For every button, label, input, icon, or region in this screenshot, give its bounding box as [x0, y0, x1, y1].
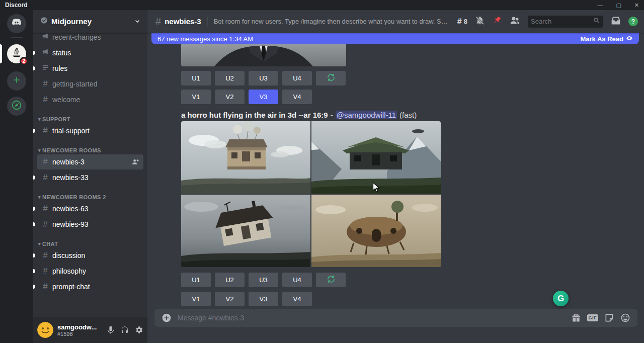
- reroll-button[interactable]: [316, 71, 346, 85]
- close-button[interactable]: ✕: [634, 0, 639, 10]
- settings-gear-button[interactable]: [134, 325, 143, 334]
- sidebar-item-newbies-33[interactable]: # newbies-33: [37, 170, 143, 185]
- u3-button[interactable]: U3: [249, 71, 278, 85]
- v2-button[interactable]: V2: [215, 90, 245, 104]
- sidebar-item-newbies-63[interactable]: # newbies-63: [37, 201, 143, 216]
- discord-window: Discord — ▢ ✕ 2: [0, 0, 644, 343]
- sidebar-item-trial-support[interactable]: # trial-support: [37, 123, 143, 138]
- user-avatar[interactable]: [37, 322, 53, 338]
- home-button[interactable]: [7, 14, 26, 33]
- generated-image-3[interactable]: [181, 195, 310, 267]
- server-icon-midjourney[interactable]: 2: [7, 44, 26, 63]
- u4-button[interactable]: U4: [282, 273, 312, 287]
- v1-button[interactable]: V1: [181, 292, 211, 306]
- minimize-button[interactable]: —: [597, 0, 603, 10]
- message-input[interactable]: Message #newbies-3: [178, 314, 565, 322]
- channel-label: rules: [52, 64, 67, 72]
- sidebar-item-discussion[interactable]: # discussion: [37, 248, 143, 263]
- u3-button[interactable]: U3: [249, 273, 278, 287]
- mark-as-read-button[interactable]: Mark As Read: [581, 35, 633, 43]
- channel-name: newbies-3: [165, 17, 201, 26]
- discord-logo-icon: [11, 17, 22, 30]
- unread-indicator: [33, 129, 35, 133]
- channel-hash-icon: #: [155, 16, 161, 27]
- v4-button[interactable]: V4: [282, 292, 312, 306]
- mention-count-badge: 2: [20, 57, 28, 65]
- generated-image-2[interactable]: [311, 121, 441, 194]
- rail-divider: [11, 37, 23, 38]
- sidebar-item-getting-started[interactable]: # getting-started: [37, 76, 143, 92]
- u2-button[interactable]: U2: [215, 71, 245, 85]
- member-list-button[interactable]: [510, 15, 520, 28]
- category-newcomer-rooms-2[interactable]: ▾ NEWCOMER ROOMS 2: [37, 194, 143, 200]
- channel-label: status: [52, 49, 71, 57]
- u1-button[interactable]: U1: [181, 273, 211, 287]
- category-label: SUPPORT: [42, 116, 70, 122]
- category-support[interactable]: ▾ SUPPORT: [37, 116, 143, 122]
- sidebar-item-rules[interactable]: rules: [37, 61, 143, 76]
- previous-image-attachment[interactable]: [181, 44, 346, 66]
- pin-icon: [493, 16, 502, 27]
- category-chat[interactable]: ▾ CHAT: [37, 241, 143, 247]
- explore-servers-button[interactable]: [7, 97, 26, 116]
- inbox-button[interactable]: [611, 16, 621, 28]
- generated-image-4[interactable]: [311, 195, 441, 267]
- hash-icon: #: [41, 95, 49, 105]
- channel-label: trial-support: [52, 127, 90, 135]
- channel-topic[interactable]: Bot room for new users. Type /imagine th…: [214, 18, 451, 25]
- verified-badge-icon: [40, 17, 48, 26]
- sidebar-item-recent-changes[interactable]: recent-changes: [37, 34, 143, 45]
- v3-button-selected[interactable]: V3: [249, 90, 278, 104]
- hash-icon: #: [41, 173, 49, 183]
- message-composer[interactable]: Message #newbies-3 GIF: [154, 309, 637, 327]
- username[interactable]: samgoodw...: [57, 323, 102, 331]
- u2-button[interactable]: U2: [215, 273, 245, 287]
- create-invite-icon[interactable]: [131, 158, 139, 166]
- sidebar-item-philosophy[interactable]: # philosophy: [37, 264, 143, 279]
- reroll-button[interactable]: [316, 273, 346, 287]
- u1-button[interactable]: U1: [181, 71, 211, 85]
- v3-button[interactable]: V3: [249, 292, 278, 306]
- attach-file-button[interactable]: [162, 313, 172, 323]
- headphones-button[interactable]: [120, 325, 129, 334]
- category-newcomer-rooms[interactable]: ▾ NEWCOMER ROOMS: [37, 147, 143, 153]
- channel-label: newbies-93: [52, 220, 89, 228]
- u4-button[interactable]: U4: [282, 71, 312, 85]
- user-discriminator: #1598: [57, 331, 102, 337]
- grammarly-badge[interactable]: G: [553, 291, 569, 306]
- hash-icon: #: [41, 266, 49, 276]
- add-server-button[interactable]: [7, 71, 26, 91]
- notification-settings-button[interactable]: [475, 16, 485, 28]
- threads-button[interactable]: # 8: [457, 17, 467, 26]
- mic-button[interactable]: [106, 325, 115, 334]
- image-grid-attachment[interactable]: [181, 121, 441, 267]
- v2-button[interactable]: V2: [215, 292, 245, 306]
- channel-header: # newbies-3 Bot room for new users. Type…: [147, 10, 644, 33]
- sticker-picker-button[interactable]: [604, 313, 614, 323]
- search-input[interactable]: Search: [528, 16, 603, 28]
- gift-button[interactable]: [571, 313, 581, 323]
- emoji-picker-button[interactable]: [620, 313, 630, 323]
- new-messages-bar[interactable]: 67 new messages since 1:34 AM Mark As Re…: [151, 33, 639, 44]
- channel-list: recent-changes status rules # getting-st…: [33, 34, 147, 317]
- sidebar-item-status[interactable]: status: [37, 45, 143, 60]
- v4-button[interactable]: V4: [282, 90, 312, 104]
- user-mention[interactable]: @samgoodwill-11: [336, 111, 397, 119]
- variation-row: V1 V2 V3 V4: [181, 292, 312, 306]
- channel-label: newbies-33: [52, 174, 89, 182]
- maximize-button[interactable]: ▢: [616, 0, 621, 10]
- help-button[interactable]: ?: [628, 17, 638, 26]
- pinned-messages-button[interactable]: [493, 16, 502, 27]
- generated-image-1[interactable]: [181, 121, 310, 194]
- v1-button[interactable]: V1: [181, 90, 211, 104]
- sidebar-item-newbies-3[interactable]: # newbies-3: [37, 154, 143, 169]
- sidebar-item-welcome[interactable]: # welcome: [37, 92, 143, 107]
- channel-sidebar: Midjourney recent-changes status rules: [33, 10, 147, 343]
- app-title: Discord: [5, 2, 28, 9]
- sidebar-item-prompt-chat[interactable]: # prompt-chat: [37, 279, 143, 294]
- main-content: # newbies-3 Bot room for new users. Type…: [147, 10, 644, 343]
- server-header[interactable]: Midjourney: [33, 10, 147, 33]
- gif-picker-button[interactable]: GIF: [587, 314, 599, 321]
- sidebar-item-newbies-93[interactable]: # newbies-93: [37, 217, 143, 232]
- header-actions: # 8 Search ?: [457, 15, 638, 28]
